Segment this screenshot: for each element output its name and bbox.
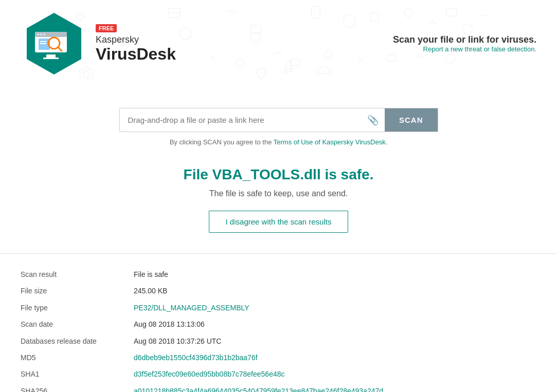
detail-row: File typePE32/DLL_MANAGED_ASSEMBLY — [21, 300, 536, 316]
search-bar: 📎 SCAN — [119, 108, 438, 132]
detail-row: SHA256a0101218b885c3a4f4a69644035c540479… — [21, 383, 536, 392]
svg-rect-23 — [35, 32, 67, 37]
scan-button[interactable]: SCAN — [385, 108, 438, 132]
detail-label: Databases release date — [21, 335, 134, 347]
detail-value: d3f5ef253fec09e60ed95bb08b7c78efee56e48c — [134, 368, 285, 380]
detail-label: File size — [21, 285, 134, 296]
svg-rect-24 — [46, 54, 56, 58]
detail-label: MD5 — [21, 352, 134, 363]
detail-label: Scan date — [21, 319, 134, 330]
search-input[interactable] — [120, 108, 361, 132]
brand-text: FREE Kaspersky VirusDesk — [96, 24, 176, 63]
terms-prefix: By clicking SCAN you agree to the — [170, 138, 274, 146]
result-title: File VBA_TOOLS.dll is safe. — [0, 166, 557, 183]
detail-label: Scan result — [21, 269, 134, 280]
disagree-button[interactable]: I disagree with the scan results — [209, 211, 349, 233]
detail-value: File is safe — [134, 269, 168, 280]
search-section: 📎 SCAN By clicking SCAN you agree to the… — [0, 92, 557, 151]
free-badge: FREE — [96, 24, 117, 32]
attach-icon[interactable]: 📎 — [361, 115, 385, 126]
svg-rect-27 — [40, 41, 46, 42]
result-section: File VBA_TOOLS.dll is safe. The file is … — [0, 151, 557, 243]
detail-label: SHA1 — [21, 368, 134, 380]
detail-row: Databases release dateAug 08 2018 10:37:… — [21, 333, 536, 349]
detail-row: MD5d6dbeb9eb1550cf4396d73b1b2baa76f — [21, 349, 536, 366]
detail-label: SHA256 — [21, 385, 134, 392]
terms-suffix: . — [386, 138, 388, 146]
detail-value: a0101218b885c3a4f4a69644035c54047959fe21… — [134, 385, 383, 392]
detail-value: PE32/DLL_MANAGED_ASSEMBLY — [134, 302, 249, 313]
detail-value: d6dbeb9eb1550cf4396d73b1b2baa76f — [134, 352, 258, 363]
detail-row: File size245.00 KB — [21, 283, 536, 299]
detail-row: Scan dateAug 08 2018 13:13:06 — [21, 316, 536, 332]
detail-value: 245.00 KB — [134, 285, 167, 296]
detail-label: File type — [21, 302, 134, 313]
svg-point-33 — [43, 33, 45, 35]
tagline-sub: Report a new threat or false detection. — [393, 45, 536, 53]
detail-value: Aug 08 2018 13:13:06 — [134, 319, 205, 330]
svg-point-32 — [40, 33, 42, 35]
svg-rect-28 — [40, 43, 46, 44]
kaspersky-logo — [21, 10, 87, 77]
terms-text: By clicking SCAN you agree to the Terms … — [170, 138, 388, 146]
detail-row: SHA1d3f5ef253fec09e60ed95bb08b7c78efee56… — [21, 366, 536, 382]
terms-link[interactable]: Terms of Use of Kaspersky VirusDesk — [274, 138, 386, 146]
logo-area: FREE Kaspersky VirusDesk — [21, 10, 176, 77]
detail-value: Aug 08 2018 10:37:26 UTC — [134, 335, 221, 347]
detail-row: Scan resultFile is safe — [21, 266, 536, 283]
svg-point-31 — [37, 33, 39, 35]
tagline: Scan your file or link for viruses. Repo… — [393, 34, 536, 53]
result-subtitle: The file is safe to keep, use and send. — [0, 189, 557, 198]
svg-rect-25 — [43, 58, 59, 59]
tagline-main: Scan your file or link for viruses. — [393, 34, 536, 45]
brand-virusdesk: VirusDesk — [96, 45, 176, 63]
brand-kaspersky: Kaspersky — [96, 34, 176, 45]
details-section: Scan resultFile is safeFile size245.00 K… — [0, 253, 557, 392]
